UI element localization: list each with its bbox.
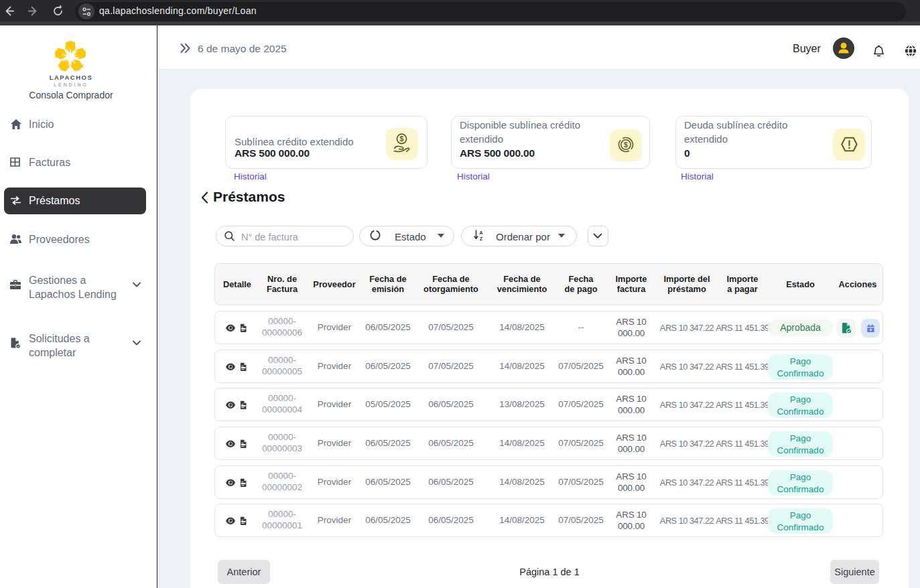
svg-text:$: $ [400, 135, 404, 143]
svg-text:Z: Z [480, 236, 483, 241]
svg-text:$: $ [624, 141, 628, 149]
